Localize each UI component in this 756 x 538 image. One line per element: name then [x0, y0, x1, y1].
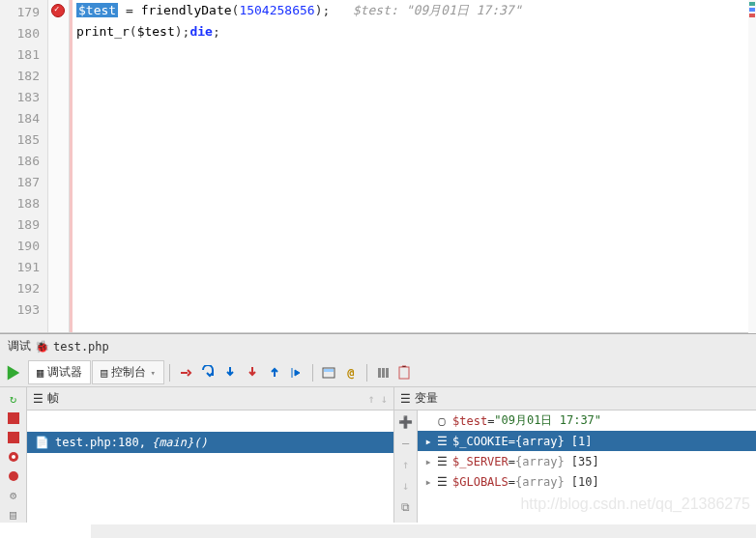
remove-watch-button[interactable]: —: [397, 435, 415, 452]
line-gutter: 179 180 181 182 183 184 185 186 187 188 …: [0, 0, 48, 332]
frames-icon: ☰: [33, 392, 44, 406]
settings-icon[interactable]: ⚙: [5, 488, 22, 503]
frames-panel: ☰ 帧 ↑ ↓ 📄 test.php:180, {main}(): [27, 387, 394, 523]
debug-body: ↻ ⚙ ▤ ☰ 帧 ↑ ↓ 📄 test.php:180, {main}(): [0, 387, 756, 523]
variables-header[interactable]: ☰ 变量: [394, 387, 756, 411]
step-over-button[interactable]: [197, 362, 218, 383]
settings-button[interactable]: [372, 362, 393, 383]
variable-highlight: $test: [76, 3, 118, 17]
breakpoint-icon[interactable]: [51, 4, 65, 17]
line-number[interactable]: 182: [0, 66, 40, 87]
svg-rect-8: [8, 432, 19, 443]
debug-file-label: test.php: [53, 340, 109, 354]
stack-frame-row[interactable]: 📄 test.php:180, {main}(): [27, 432, 393, 453]
layout-button[interactable]: ▤: [5, 507, 22, 523]
show-execution-point-button[interactable]: [175, 362, 196, 383]
debugger-tab-icon: ▦: [37, 366, 44, 380]
evaluate-expression-button[interactable]: [318, 362, 339, 383]
separator: [312, 364, 313, 382]
stop-button[interactable]: [5, 411, 22, 426]
var-array-icon: ☰: [435, 455, 449, 468]
marker-icon[interactable]: [749, 2, 755, 6]
expand-icon[interactable]: ▸: [422, 435, 435, 448]
variables-panel: ☰ 变量 ➕ — ↑ ↓ ⧉ ▢ $test = "0: [394, 387, 756, 523]
arrow-down-icon[interactable]: ↓: [381, 392, 388, 406]
expand-icon[interactable]: ▸: [422, 475, 435, 489]
rerun-button[interactable]: ↻: [5, 391, 22, 407]
console-tab-icon: ▤: [101, 366, 107, 380]
var-array-icon: ☰: [435, 475, 449, 489]
frame-nav: ↑ ↓: [368, 392, 388, 406]
view-breakpoints-button[interactable]: [5, 449, 22, 465]
line-number[interactable]: 189: [0, 214, 40, 236]
at-button[interactable]: @: [340, 362, 362, 383]
php-file-icon: 📄: [35, 436, 49, 449]
line-number[interactable]: 179: [0, 2, 40, 23]
breakpoint-gutter[interactable]: [48, 0, 70, 332]
separator: [169, 364, 170, 382]
run-to-cursor-button[interactable]: [286, 362, 307, 383]
svg-rect-3: [378, 368, 381, 378]
svg-rect-7: [8, 412, 19, 424]
tab-debugger[interactable]: ▦ 调试器: [28, 360, 91, 384]
debug-title-bar[interactable]: 调试 🐞 test.php: [0, 334, 756, 358]
move-up-button[interactable]: ↑: [397, 456, 415, 473]
marker-icon[interactable]: [749, 14, 755, 17]
line-number[interactable]: 190: [0, 236, 40, 257]
vars-side-toolbar: ➕ — ↑ ↓ ⧉: [394, 411, 418, 523]
marker-stripe[interactable]: [748, 0, 756, 333]
line-number[interactable]: 184: [0, 108, 40, 129]
line-number[interactable]: 180: [0, 23, 40, 44]
add-watch-button[interactable]: ➕: [397, 413, 415, 431]
line-number[interactable]: 181: [0, 44, 40, 66]
svg-rect-5: [386, 368, 389, 378]
step-into-button[interactable]: [219, 362, 241, 383]
line-number[interactable]: 191: [0, 257, 40, 278]
step-out-button[interactable]: [264, 362, 285, 383]
line-number[interactable]: 186: [0, 151, 40, 172]
line-number[interactable]: 193: [0, 299, 40, 321]
line-number[interactable]: 183: [0, 87, 40, 108]
variable-row[interactable]: ▸ ☰ $_SERVER = {array} [35]: [418, 451, 756, 471]
line-number[interactable]: 185: [0, 129, 40, 151]
move-down-button[interactable]: ↓: [397, 477, 415, 495]
var-array-icon: ☰: [435, 435, 449, 448]
arrow-up-icon[interactable]: ↑: [368, 392, 375, 406]
debug-tool-window: 调试 🐞 test.php ▦ 调试器 ▤ 控制台 ▾ @ ↻: [0, 333, 756, 523]
variable-row[interactable]: ▸ ☰ $_COOKIE = {array} [1]: [418, 431, 756, 451]
line-number[interactable]: 187: [0, 172, 40, 193]
resume-button[interactable]: [4, 363, 23, 382]
code-editor: 179 180 181 182 183 184 185 186 187 188 …: [0, 0, 756, 333]
code-area[interactable]: $test = friendlyDate(1504258656); $test:…: [70, 0, 756, 332]
expand-icon[interactable]: ▸: [422, 455, 435, 468]
marker-icon[interactable]: [749, 8, 755, 12]
variables-icon: ☰: [400, 392, 411, 406]
line-number[interactable]: 188: [0, 193, 40, 214]
force-step-into-button[interactable]: [242, 362, 263, 383]
chevron-down-icon: ▾: [150, 368, 155, 378]
stop-button-alt[interactable]: [5, 430, 22, 445]
svg-rect-4: [382, 368, 385, 378]
mute-breakpoints-button[interactable]: [5, 468, 22, 484]
frames-filter-row[interactable]: [27, 411, 393, 432]
code-line-180[interactable]: print_r($test);die;: [76, 21, 756, 42]
frames-header[interactable]: ☰ 帧 ↑ ↓: [27, 387, 393, 411]
variable-row[interactable]: ▢ $test = "09月01日 17:37": [418, 411, 756, 431]
var-string-icon: ▢: [435, 414, 449, 428]
pin-button[interactable]: [394, 362, 416, 383]
svg-point-10: [12, 455, 15, 459]
code-line-179[interactable]: $test = friendlyDate(1504258656); $test:…: [76, 0, 756, 21]
svg-marker-0: [8, 365, 20, 380]
svg-point-11: [9, 471, 18, 481]
copy-button[interactable]: ⧉: [397, 498, 415, 516]
svg-rect-6: [399, 367, 409, 379]
bug-icon: 🐞: [35, 340, 49, 354]
tab-console[interactable]: ▤ 控制台 ▾: [92, 360, 164, 384]
separator: [366, 364, 367, 382]
line-number[interactable]: 192: [0, 278, 40, 299]
variables-list[interactable]: ▢ $test = "09月01日 17:37" ▸ ☰ $_COOKIE = …: [418, 411, 756, 523]
inline-value-comment: $test: "09月01日 17:37": [330, 3, 521, 17]
variable-row[interactable]: ▸ ☰ $GLOBALS = {array} [10]: [418, 471, 756, 492]
debug-toolbar: ▦ 调试器 ▤ 控制台 ▾ @: [0, 358, 756, 387]
debug-side-toolbar: ↻ ⚙ ▤: [0, 387, 27, 523]
